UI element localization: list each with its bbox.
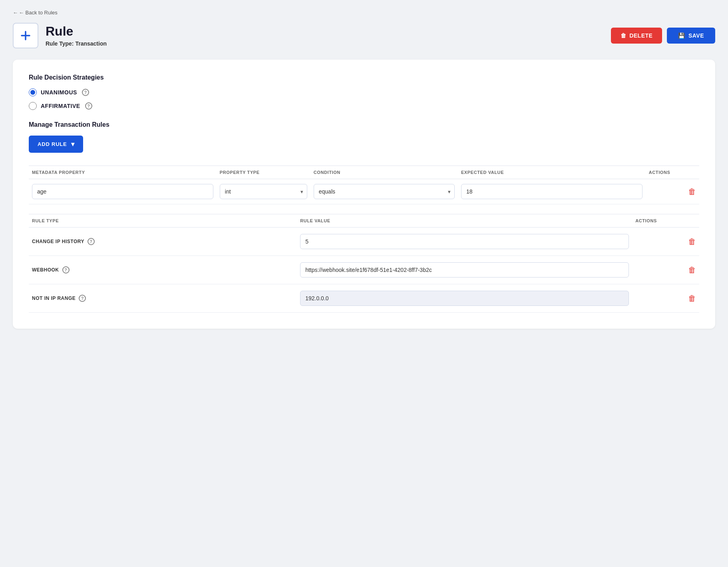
condition-select[interactable]: equals not equals greater than less than [314,184,455,199]
delete-webhook-button[interactable]: 🗑 [635,266,696,275]
delete-change-ip-button[interactable]: 🗑 [635,237,696,246]
metadata-actions-cell: 🗑 [646,179,699,204]
metadata-property-cell [29,179,217,204]
rule-type-cell-1: CHANGE IP HISTORY ? [29,228,297,256]
col-header-metadata: METADATA PROPERTY [29,166,217,179]
affirmative-label: AFFIRMATIVE [41,103,80,109]
metadata-table-header: METADATA PROPERTY PROPERTY TYPE CONDITIO… [29,166,699,179]
webhook-help-icon[interactable]: ? [62,266,70,274]
col-header-actions: ACTIONS [646,166,699,179]
affirmative-radio[interactable] [29,102,37,110]
change-ip-help-icon[interactable]: ? [88,238,95,245]
spacer [29,204,699,214]
unanimous-label: UNANIMOUS [41,89,77,96]
not-in-ip-range-label: NOT IN IP RANGE [32,295,76,301]
delete-metadata-icon: 🗑 [688,187,696,196]
rule-type-value: Transaction [75,40,107,47]
col-header-proptype: PROPERTY TYPE [217,166,310,179]
expected-value-cell [458,179,646,204]
rule-icon [13,23,38,48]
rule-value-cell-2 [297,256,632,284]
save-label: SAVE [688,32,704,39]
delete-not-in-ip-range-icon: 🗑 [688,294,696,303]
expected-value-input[interactable] [461,184,642,199]
add-rule-chevron-icon: ▾ [71,140,75,148]
rule-value-cell-1 [297,228,632,256]
header-actions: 🗑 DELETE 💾 SAVE [611,28,715,44]
rule-actions-cell-2: 🗑 [632,256,699,284]
rule-type-label: Rule Type: [46,40,74,47]
delete-trash-icon: 🗑 [621,32,627,39]
property-type-select[interactable]: int string boolean float [220,184,307,199]
metadata-property-input[interactable] [32,184,213,199]
back-to-rules-link[interactable]: ← ← Back to Rules [13,10,58,16]
table-row: NOT IN IP RANGE ? 🗑 [29,284,699,313]
main-card: Rule Decision Strategies UNANIMOUS ? AFF… [13,60,715,329]
unanimous-help-icon[interactable]: ? [82,89,89,96]
affirmative-help-icon[interactable]: ? [85,102,92,110]
rule-type-label-1: CHANGE IP HISTORY ? [32,238,294,245]
delete-metadata-row-button[interactable]: 🗑 [649,187,696,196]
table-row: int string boolean float equals not equa… [29,179,699,204]
table-row: WEBHOOK ? 🗑 [29,256,699,284]
back-link-label: ← Back to Rules [19,10,58,16]
metadata-table-body: int string boolean float equals not equa… [29,179,699,204]
delete-change-ip-icon: 🗑 [688,237,696,246]
col-header-rule-value: RULE VALUE [297,214,632,228]
change-ip-history-value-input[interactable] [300,234,629,249]
delete-button[interactable]: 🗑 DELETE [611,28,662,44]
unanimous-option[interactable]: UNANIMOUS ? [29,88,699,96]
metadata-table: METADATA PROPERTY PROPERTY TYPE CONDITIO… [29,166,699,204]
col-header-rule-type: RULE TYPE [29,214,297,228]
back-arrow-icon: ← [13,10,18,16]
plus-icon [19,29,32,42]
webhook-label: WEBHOOK [32,267,59,273]
delete-webhook-icon: 🗑 [688,266,696,275]
manage-rules-title: Manage Transaction Rules [29,121,699,128]
rule-actions-cell-1: 🗑 [632,228,699,256]
property-type-cell: int string boolean float [217,179,310,204]
rule-actions-cell-3: 🗑 [632,284,699,313]
condition-cell: equals not equals greater than less than [310,179,458,204]
decision-strategies-title: Rule Decision Strategies [29,74,699,81]
radio-group: UNANIMOUS ? AFFIRMATIVE ? [29,88,699,110]
add-rule-button[interactable]: ADD RULE ▾ [29,136,83,153]
rule-type-subtitle: Rule Type: Transaction [46,40,107,47]
add-rule-label: ADD RULE [38,141,67,147]
rule-type-label-2: WEBHOOK ? [32,266,294,274]
rule-value-cell-3 [297,284,632,313]
unanimous-radio[interactable] [29,88,37,96]
delete-label: DELETE [629,32,652,39]
rule-type-table-header: RULE TYPE RULE VALUE ACTIONS [29,214,699,228]
delete-not-in-ip-range-button[interactable]: 🗑 [635,294,696,303]
page-header: Rule Rule Type: Transaction 🗑 DELETE 💾 S… [13,23,715,48]
col-header-rule-actions: ACTIONS [632,214,699,228]
header-title-group: Rule Rule Type: Transaction [46,24,107,46]
table-row: CHANGE IP HISTORY ? 🗑 [29,228,699,256]
rule-type-table: RULE TYPE RULE VALUE ACTIONS CHANGE IP H… [29,214,699,313]
property-type-select-wrapper: int string boolean float [220,184,307,199]
not-in-ip-range-value-input[interactable] [300,291,629,306]
save-icon: 💾 [678,32,685,39]
page-title: Rule [46,24,107,38]
rule-type-table-body: CHANGE IP HISTORY ? 🗑 WEBHOOK [29,228,699,313]
save-button[interactable]: 💾 SAVE [667,28,715,44]
rule-type-cell-3: NOT IN IP RANGE ? [29,284,297,313]
rule-type-label-3: NOT IN IP RANGE ? [32,295,294,302]
rule-type-cell-2: WEBHOOK ? [29,256,297,284]
condition-select-wrapper: equals not equals greater than less than [314,184,455,199]
col-header-expected: EXPECTED VALUE [458,166,646,179]
header-left: Rule Rule Type: Transaction [13,23,107,48]
change-ip-history-label: CHANGE IP HISTORY [32,239,84,244]
not-in-ip-range-help-icon[interactable]: ? [79,295,86,302]
webhook-value-input[interactable] [300,262,629,278]
affirmative-option[interactable]: AFFIRMATIVE ? [29,102,699,110]
col-header-condition: CONDITION [310,166,458,179]
